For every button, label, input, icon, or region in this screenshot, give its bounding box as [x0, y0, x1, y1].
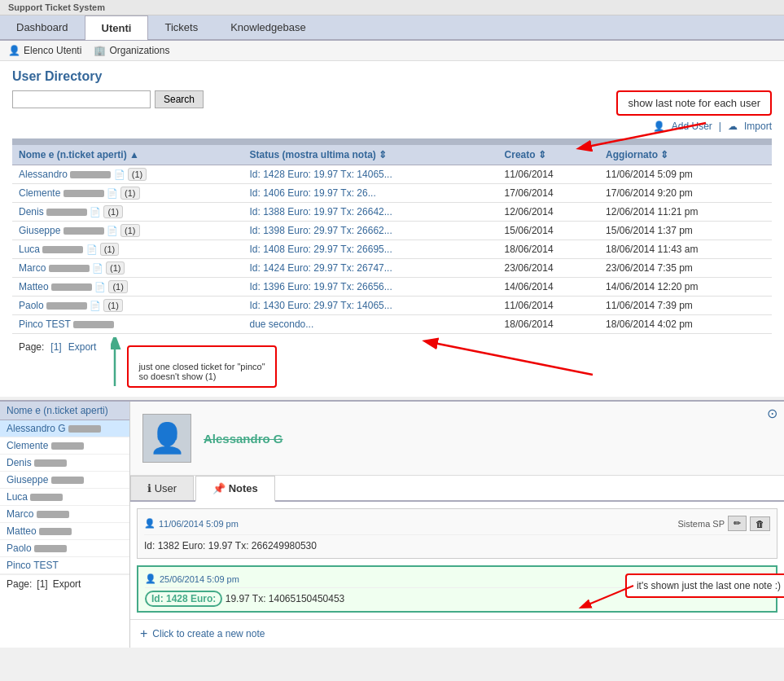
sub-nav: 👤 Elenco Utenti 🏢 Organizations: [0, 41, 784, 61]
sort-icon-status: ⇕: [379, 149, 387, 160]
split-row-1[interactable]: Clemente: [0, 437, 129, 455]
user-name-link-0[interactable]: Alessandro: [19, 169, 68, 180]
split-header: Nome e (n.ticket aperti): [0, 402, 129, 420]
split-row-8[interactable]: Pinco TEST: [0, 557, 129, 574]
nav-utenti[interactable]: Utenti: [85, 15, 149, 40]
table-row: Alessandro 📄(1) Id: 1428 Euro: 19.97 Tx:…: [12, 165, 772, 184]
cell-status-5: Id: 1424 Euro: 29.97 Tx: 26747...: [243, 259, 498, 278]
cell-name-0: Alessandro 📄(1): [12, 165, 243, 184]
subnav-elenco[interactable]: 👤 Elenco Utenti: [8, 45, 81, 56]
subnav-org[interactable]: 🏢 Organizations: [94, 45, 169, 56]
split-row-4[interactable]: Luca: [0, 489, 129, 506]
user-name-link-1[interactable]: Clemente: [19, 187, 60, 199]
nav-dashboard[interactable]: Dashboard: [0, 15, 85, 39]
ticket-icon-7: 📄: [90, 301, 101, 310]
import-link[interactable]: Import: [744, 121, 772, 132]
cell-agg-6: 14/06/2014 12:20 pm: [599, 278, 772, 297]
note-entry-1: 👤 11/06/2014 5:09 pm Sistema SP ✏ 🗑 Id: …: [137, 508, 777, 559]
split-view: Nome e (n.ticket aperti) Alessandro G Cl…: [0, 402, 784, 648]
search-button[interactable]: Search: [155, 90, 204, 108]
ticket-count-4: (1): [100, 243, 119, 256]
split-row-name-4: Luca: [7, 491, 28, 503]
app-title: Support Ticket System: [0, 1, 113, 14]
note-id-highlighted: Id: 1428 Euro:: [145, 591, 222, 607]
status-text-8: due secondo...: [250, 319, 314, 330]
svg-line-7: [585, 586, 633, 606]
note-delete-btn-1[interactable]: 🗑: [750, 516, 770, 531]
export-link[interactable]: Export: [68, 341, 97, 353]
split-row-3[interactable]: Giuseppe: [0, 472, 129, 489]
page-footer: Page: [1] Export: [12, 337, 103, 357]
user-name-link-7[interactable]: Paolo: [19, 300, 44, 311]
tab-user[interactable]: ℹ User: [130, 476, 194, 500]
user-name-display: Alessandro G: [204, 432, 283, 446]
status-text-5: Id: 1424 Euro: 29.97 Tx: 26747...: [250, 262, 392, 274]
ticket-icon-0: 📄: [114, 169, 125, 179]
cell-name-1: Clemente 📄(1): [12, 184, 243, 203]
ticket-icon-2: 📄: [90, 207, 101, 217]
col-name-link[interactable]: Nome e (n.ticket aperti) ▲: [19, 149, 139, 160]
split-export[interactable]: Export: [53, 578, 81, 590]
cell-agg-7: 11/06/2014 7:39 pm: [599, 297, 772, 315]
note-actions-1: Sistema SP ✏ 🗑: [678, 516, 770, 531]
note-edit-btn-1[interactable]: ✏: [728, 516, 747, 531]
split-row-6[interactable]: Matteo: [0, 523, 129, 540]
user-detail-panel: ⊙ 👤 Alessandro G ℹ User 📌 Notes: [130, 402, 784, 648]
split-row-7[interactable]: Paolo: [0, 540, 129, 557]
detail-tabs: ℹ User 📌 Notes: [130, 476, 784, 502]
cell-name-3: Giuseppe 📄(1): [12, 222, 243, 240]
cell-creato-0: 11/06/2014: [498, 165, 600, 184]
user-name-link-5[interactable]: Marco: [19, 262, 46, 274]
nav-knowledgebase[interactable]: Knowledgebase: [214, 15, 322, 39]
search-input[interactable]: [12, 90, 151, 108]
main-content: User Directory Search show last note for…: [0, 61, 784, 397]
close-detail-btn[interactable]: ⊙: [767, 406, 777, 421]
split-row-name-2: Denis: [7, 457, 32, 468]
cell-status-1: Id: 1406 Euro: 19.97 Tx: 26...: [243, 184, 498, 203]
split-row-5[interactable]: Marco: [0, 506, 129, 523]
cell-status-0: Id: 1428 Euro: 19.97 Tx: 14065...: [243, 165, 498, 184]
person-icon: 👤: [8, 45, 20, 56]
cell-status-2: Id: 1388 Euro: 19.97 Tx: 26642...: [243, 203, 498, 222]
user-name-link-4[interactable]: Luca: [19, 244, 40, 255]
cell-creato-1: 17/06/2014: [498, 184, 600, 203]
note-body-2-rest: 19.97 Tx: 14065150450453: [226, 593, 345, 604]
split-row-name-6: Matteo: [7, 525, 37, 537]
user-fullname: Alessandro G: [204, 432, 283, 446]
table-row: Clemente 📄(1) Id: 1406 Euro: 19.97 Tx: 2…: [12, 184, 772, 203]
col-name[interactable]: Nome e (n.ticket aperti) ▲: [12, 145, 243, 165]
user-name-link-2[interactable]: Denis: [19, 206, 44, 217]
cell-name-7: Paolo 📄(1): [12, 297, 243, 315]
page-num[interactable]: [1]: [50, 341, 61, 353]
table-row: Denis 📄(1) Id: 1388 Euro: 19.97 Tx: 2664…: [12, 203, 772, 222]
annotation-last-note: it's shown just the last one note :): [625, 573, 784, 598]
user-name-link-3[interactable]: Giuseppe: [19, 225, 60, 236]
split-row-2[interactable]: Denis: [0, 455, 129, 472]
plus-icon: +: [140, 626, 147, 641]
split-row-name-8: Pinco TEST: [7, 560, 59, 571]
status-text-2: Id: 1388 Euro: 19.97 Tx: 26642...: [250, 206, 392, 217]
org-icon: 🏢: [94, 45, 106, 56]
nav-tickets[interactable]: Tickets: [148, 15, 214, 39]
add-note-btn[interactable]: + Click to create a new note: [130, 619, 784, 648]
ticket-icon-4: 📄: [86, 244, 98, 254]
cell-agg-8: 18/06/2014 4:02 pm: [599, 315, 772, 334]
sort-icon-creato: ⇕: [538, 149, 546, 160]
status-text-6: Id: 1396 Euro: 19.97 Tx: 26656...: [250, 281, 392, 292]
notes-content: 👤 11/06/2014 5:09 pm Sistema SP ✏ 🗑 Id: …: [130, 508, 784, 648]
ticket-count-3: (1): [120, 224, 139, 237]
ticket-icon-1: 📄: [107, 188, 118, 198]
status-text-0: Id: 1428 Euro: 19.97 Tx: 14065...: [250, 169, 392, 180]
second-panel: Nome e (n.ticket aperti) Alessandro G Cl…: [0, 400, 784, 648]
table-row: Giuseppe 📄(1) Id: 1398 Euro: 29.97 Tx: 2…: [12, 222, 772, 240]
table-row: Paolo 📄(1) Id: 1430 Euro: 29.97 Tx: 1406…: [12, 297, 772, 315]
split-page-num[interactable]: [1]: [37, 578, 47, 590]
col-status[interactable]: Status (mostra ultima nota) ⇕: [243, 145, 498, 165]
split-row-0[interactable]: Alessandro G: [0, 420, 129, 437]
table-row: Luca 📄(1) Id: 1408 Euro: 29.97 Tx: 26695…: [12, 240, 772, 259]
col-status-link[interactable]: Status (mostra ultima nota): [250, 149, 379, 160]
user-name-link-6[interactable]: Matteo: [19, 281, 49, 292]
split-row-name-1: Clemente: [7, 440, 48, 451]
user-name-link-8[interactable]: Pinco TEST: [19, 319, 71, 330]
tab-notes[interactable]: 📌 Notes: [195, 476, 275, 502]
